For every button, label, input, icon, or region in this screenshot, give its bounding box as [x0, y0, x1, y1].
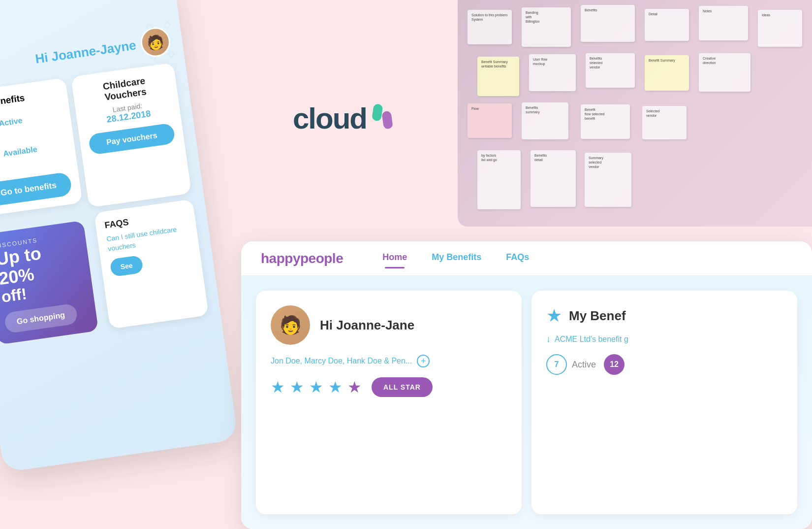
active-number-badge: 7	[546, 354, 567, 375]
faqs-card: FAQS Can I still use childcare vouchers …	[94, 199, 209, 329]
photo-overlay: Solution to this problemSystem Bandingwi…	[458, 0, 812, 227]
hp-main-content: 🧑 Hi Joanne-Jane Jon Doe, Marcy Doe, Han…	[241, 276, 812, 529]
sticky-note: Benefitsdetail	[531, 150, 576, 207]
star-5: ★	[347, 378, 362, 397]
svg-rect-0	[372, 103, 383, 122]
bottom-row: DISCOUNTS Up to 20% off! Go shopping FAQ…	[0, 199, 209, 345]
cloud8-logo: cloud	[293, 101, 396, 135]
hp-logo-accent: ople	[316, 251, 344, 266]
active-badge-group: 7 Active	[546, 354, 596, 375]
hi-greeting: Hi Joanne-Jayne	[34, 37, 137, 66]
benefits-badges: 7 Active 12	[546, 354, 782, 375]
download-icon: ↓	[546, 334, 551, 344]
family-row: Jon Doe, Marcy Doe, Hank Doe & Pen... +	[271, 355, 507, 367]
star-2: ★	[290, 378, 304, 397]
family-names: Jon Doe, Marcy Doe, Hank Doe & Pen...	[271, 357, 412, 365]
sticky-note: Notes	[699, 6, 748, 40]
user-card-top: 🧑 Hi Joanne-Jane	[271, 305, 507, 345]
sticky-note: by factorslist and go	[477, 150, 521, 209]
cloud8-section: cloud	[221, 0, 468, 236]
discounts-card: DISCOUNTS Up to 20% off! Go shopping	[0, 221, 98, 345]
hp-logo: happypeople	[261, 251, 343, 266]
star-1: ★	[271, 378, 285, 397]
pay-vouchers-button[interactable]: Pay vouchers	[88, 123, 176, 155]
svg-rect-1	[381, 111, 393, 130]
phone-mockup: THE BILLINGTON GROUP Hi Joanne-Jayne 🧑 ◇…	[0, 0, 238, 472]
sticky-note: Summaryselectedvendor	[585, 153, 631, 207]
all-star-button[interactable]: ALL STAR	[372, 377, 433, 397]
acme-text: ACME Ltd's benefit g	[555, 335, 628, 344]
hp-logo-text: happype	[261, 251, 316, 266]
add-family-button[interactable]: +	[417, 355, 430, 367]
nav-home[interactable]: Home	[382, 252, 407, 264]
sticky-note: Benefit Summary	[645, 55, 689, 91]
benefits-star-icon: ★	[546, 305, 562, 326]
user-card: 🧑 Hi Joanne-Jane Jon Doe, Marcy Doe, Han…	[256, 291, 522, 514]
active-label: Active	[572, 360, 596, 370]
childcare-card: Childcare Vouchers Last paid: 28.12.2018…	[71, 63, 191, 208]
cloud8-icon	[369, 103, 396, 133]
nav-my-benefits[interactable]: My Benefits	[432, 252, 481, 264]
active-row: 7 Active	[0, 106, 62, 136]
sticky-note: Creativedirection	[699, 53, 750, 92]
hp-nav: happypeople Home My Benefits FAQs	[241, 241, 812, 276]
go-shopping-button[interactable]: Go shopping	[4, 303, 78, 334]
sticky-note: Solution to this problemSystem	[468, 10, 512, 44]
sticky-note: User flowmockup	[529, 54, 576, 91]
available-row: 12 Available	[0, 136, 67, 166]
available-count: 12	[610, 360, 619, 369]
available-number-badge: 12	[604, 354, 625, 375]
my-benefits-card-main: ★ My Benef ↓ ACME Ltd's benefit g 7 Acti…	[531, 291, 797, 514]
sticky-note: Detail	[645, 9, 689, 41]
sticky-note: Benefitflow selectedbenefit	[581, 104, 630, 139]
sticky-note: Benefitssummary	[522, 102, 568, 139]
my-benefits-header: ★ My Benef	[546, 305, 782, 326]
sticky-note: Benefitsselectedvendor	[586, 53, 635, 88]
sticky-note: Flow	[468, 103, 512, 138]
star-4: ★	[328, 378, 343, 397]
user-avatar: 🧑	[271, 305, 310, 345]
happypeople-section: happypeople Home My Benefits FAQs	[241, 241, 812, 529]
acme-link[interactable]: ↓ ACME Ltd's benefit g	[546, 334, 782, 344]
sticky-notes-area: Solution to this problemSystem Bandingwi…	[458, 0, 812, 227]
my-benefits-title: My Benef	[569, 308, 626, 324]
my-benefits-card: My Benefits 7 Active 12 Available Go to …	[0, 78, 83, 217]
sticky-note: BandingwithBillington	[522, 7, 571, 47]
active-count: 7	[555, 360, 559, 369]
hp-nav-links: Home My Benefits FAQs	[382, 252, 529, 264]
sticky-note: Ideas	[758, 10, 802, 47]
user-greeting: Hi Joanne-Jane	[320, 318, 414, 333]
active-label: Active	[0, 116, 23, 129]
see-button[interactable]: See	[109, 255, 143, 277]
my-benefits-title: My Benefits	[0, 88, 59, 110]
photo-section: Solution to this problemSystem Bandingwi…	[458, 0, 812, 227]
sticky-note: Benefits	[581, 5, 635, 42]
available-label: Available	[2, 145, 37, 159]
star-3: ★	[309, 378, 323, 397]
decorative-dots: ◇ ◇◇ ◇◇ ◇	[145, 16, 180, 64]
sticky-note: Selectedvendor	[642, 106, 687, 139]
sticky-note: Benefit Summarywritable benefits	[477, 57, 519, 96]
stars-row: ★ ★ ★ ★ ★ ALL STAR	[271, 377, 507, 397]
nav-faqs[interactable]: FAQs	[506, 252, 529, 264]
go-benefits-button[interactable]: Go to benefits	[0, 172, 73, 207]
cloud8-text: cloud	[293, 101, 367, 135]
